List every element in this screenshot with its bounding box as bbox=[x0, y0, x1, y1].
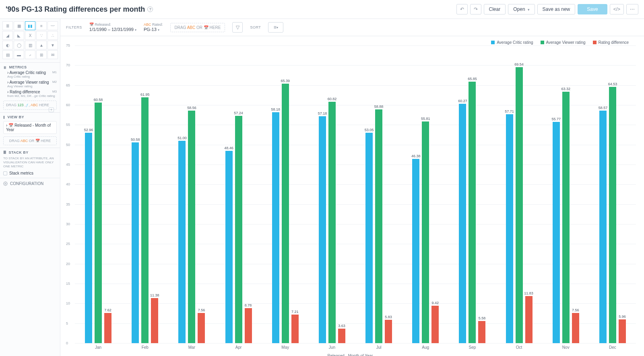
x-tick-label: Feb bbox=[142, 345, 149, 350]
chart-bar[interactable]: 46.38 bbox=[412, 159, 419, 343]
viz-mail-icon[interactable]: ✉ bbox=[47, 50, 58, 59]
chart-bar[interactable]: 7.56 bbox=[198, 313, 205, 343]
page-title: '90s PG-13 Rating differences per month bbox=[6, 5, 145, 14]
help-icon[interactable]: ? bbox=[147, 6, 153, 12]
sort-button[interactable]: ≡ ▾ bbox=[268, 22, 283, 33]
chart-bar[interactable]: 58.57 bbox=[599, 111, 607, 343]
viz-combo-icon[interactable]: ◣ bbox=[14, 31, 24, 40]
chart-bar[interactable]: 60.82 bbox=[328, 102, 336, 343]
chart-bar[interactable]: 7.62 bbox=[104, 313, 111, 343]
viz-hbar-icon[interactable]: ≡ bbox=[36, 21, 47, 30]
viz-pyramid-icon[interactable]: ▲ bbox=[36, 41, 47, 49]
open-button[interactable]: Open▾ bbox=[508, 4, 535, 14]
viz-bar-icon[interactable]: ▮▮ bbox=[25, 21, 35, 30]
x-tick-label: May bbox=[281, 345, 289, 350]
chart-bar[interactable]: 9.42 bbox=[431, 306, 439, 343]
x-tick-label: Jun bbox=[329, 345, 335, 350]
x-tick-label: Nov bbox=[562, 345, 570, 350]
chart-bar[interactable]: 65.39 bbox=[282, 84, 289, 343]
chart-bar[interactable]: 5.58 bbox=[478, 321, 485, 343]
chart-bar[interactable]: 58.56 bbox=[188, 111, 195, 343]
checkbox-icon bbox=[3, 171, 7, 175]
filter-funnel-icon[interactable]: ▽ bbox=[232, 22, 243, 33]
chart-bar[interactable]: 60.27 bbox=[459, 104, 466, 343]
filter-dropzone[interactable]: DRAG ABC OR 📅 HERE bbox=[170, 23, 225, 32]
chart-bar[interactable]: 11.83 bbox=[525, 296, 533, 343]
chart-bar[interactable]: 8.78 bbox=[245, 308, 252, 343]
viz-donut-icon[interactable]: ◯ bbox=[14, 41, 24, 49]
chart-bar[interactable]: 7.56 bbox=[572, 313, 579, 343]
embed-button[interactable]: </> bbox=[610, 4, 624, 14]
x-tick-label: Sep bbox=[469, 345, 476, 350]
viewby-attr[interactable]: › 📅 Released - Month of Year bbox=[3, 121, 57, 134]
chart-bar[interactable]: 52.96 bbox=[85, 133, 92, 343]
viz-pivot-icon[interactable]: ▦ bbox=[14, 21, 24, 30]
x-tick-label: Jul bbox=[376, 345, 382, 350]
viz-waterfall-icon[interactable]: ⌿ bbox=[25, 50, 35, 59]
viz-area-icon[interactable]: ◢ bbox=[2, 31, 13, 40]
stackby-header: ≣ STACK BY bbox=[3, 150, 57, 154]
metric-item[interactable]: M3 › Rating difference from M2, M1; Dif…… bbox=[3, 88, 57, 98]
redo-button[interactable]: ↷ bbox=[470, 4, 481, 14]
chart-bar[interactable]: 61.95 bbox=[141, 97, 149, 343]
chevron-down-icon: ▾ bbox=[158, 28, 159, 32]
viz-x-icon[interactable]: X bbox=[25, 31, 35, 40]
chart-plot: 05101520253035404550556065707552.9660.58… bbox=[75, 45, 636, 343]
viz-funnel-icon[interactable]: ▼ bbox=[47, 41, 58, 49]
chart-bar[interactable]: 5.96 bbox=[619, 319, 626, 343]
chart-bar[interactable]: 3.63 bbox=[338, 329, 345, 343]
chart-bar[interactable]: 48.46 bbox=[225, 151, 233, 343]
save-button[interactable]: Save bbox=[578, 4, 607, 14]
metric-item[interactable]: M1 › Average Critic rating Avg Critic ra… bbox=[3, 69, 57, 79]
viz-bubble-icon[interactable]: ∴ bbox=[47, 31, 58, 40]
chart-bar[interactable]: 60.58 bbox=[95, 103, 102, 343]
viz-table-icon[interactable]: ≣ bbox=[2, 21, 13, 30]
x-tick-label: Dec bbox=[609, 345, 616, 350]
chevron-down-icon: ▾ bbox=[528, 8, 530, 12]
clear-button[interactable]: Clear bbox=[484, 4, 506, 14]
more-button[interactable]: ⋯ bbox=[626, 4, 638, 14]
chart-bar[interactable]: 65.85 bbox=[469, 82, 476, 343]
viz-pie-icon[interactable]: ◐ bbox=[2, 41, 13, 49]
stack-note: TO STACK BY AN ATTRIBUTE, AN VISUALIZATI… bbox=[3, 156, 57, 169]
chart-bar[interactable]: 55.77 bbox=[553, 122, 560, 343]
sort-label: SORT bbox=[250, 25, 261, 29]
chart-bar[interactable]: 64.53 bbox=[609, 87, 616, 343]
chart-bar[interactable]: 57.24 bbox=[235, 116, 242, 343]
viz-geo-icon[interactable]: ⊞ bbox=[36, 50, 47, 59]
chart-bar[interactable]: 58.18 bbox=[272, 112, 279, 343]
chart-bar[interactable]: 51.00 bbox=[178, 141, 186, 343]
chart-legend: Average Critic rating Average Viewer rat… bbox=[64, 39, 636, 45]
chart-bar[interactable]: 11.38 bbox=[151, 298, 158, 343]
chart-bar[interactable]: 53.05 bbox=[365, 133, 373, 343]
chart-bar[interactable]: 57.71 bbox=[506, 114, 513, 343]
chart-bar[interactable]: 63.32 bbox=[562, 92, 570, 343]
x-tick-label: Jan bbox=[95, 345, 101, 350]
x-tick-label: Aug bbox=[422, 345, 429, 350]
chart-bar[interactable]: 5.83 bbox=[385, 320, 392, 343]
metric-dropzone[interactable]: DRAG 123 , 𝑓 , ABC HERE + bbox=[3, 101, 57, 110]
viz-treemap-icon[interactable]: ▥ bbox=[25, 41, 35, 49]
chart-bar[interactable]: 7.21 bbox=[291, 315, 299, 343]
chart-bar[interactable]: 58.88 bbox=[375, 109, 382, 343]
metric-item[interactable]: M2 › Average Viewer rating Avg Viewer ra… bbox=[3, 79, 57, 88]
viz-bullet-icon[interactable]: ▬ bbox=[14, 50, 24, 59]
filter-rated[interactable]: ABC Rated: PG-13 ▾ bbox=[144, 23, 163, 32]
viewby-icon: ⫿ bbox=[3, 115, 6, 119]
viewby-dropzone[interactable]: DRAG ABC OR 📅 HERE bbox=[3, 136, 57, 145]
viz-scatter-icon[interactable]: ∵ bbox=[36, 31, 47, 40]
x-tick-label: Apr bbox=[235, 345, 242, 350]
undo-button[interactable]: ↶ bbox=[456, 4, 468, 14]
save-as-new-button[interactable]: Save as new bbox=[537, 4, 576, 14]
chart-bar[interactable]: 50.58 bbox=[132, 142, 139, 343]
configuration-toggle[interactable]: CONFIGURATION bbox=[0, 178, 60, 189]
viz-heat-icon[interactable]: ▤ bbox=[2, 50, 13, 59]
chart-bar[interactable]: 57.18 bbox=[319, 116, 326, 343]
x-tick-label: Mar bbox=[188, 345, 195, 350]
viz-line-icon[interactable]: 〰 bbox=[47, 21, 58, 30]
chart-bar[interactable]: 55.81 bbox=[422, 121, 429, 343]
chart-bar[interactable]: 69.54 bbox=[516, 67, 523, 343]
x-axis-title: Released - Month of Year bbox=[64, 354, 636, 356]
filter-released[interactable]: 📅 Released: 1/1/1990 – 12/31/1999 ▾ bbox=[89, 23, 136, 32]
stack-metrics-toggle[interactable]: Stack metrics bbox=[3, 171, 57, 175]
